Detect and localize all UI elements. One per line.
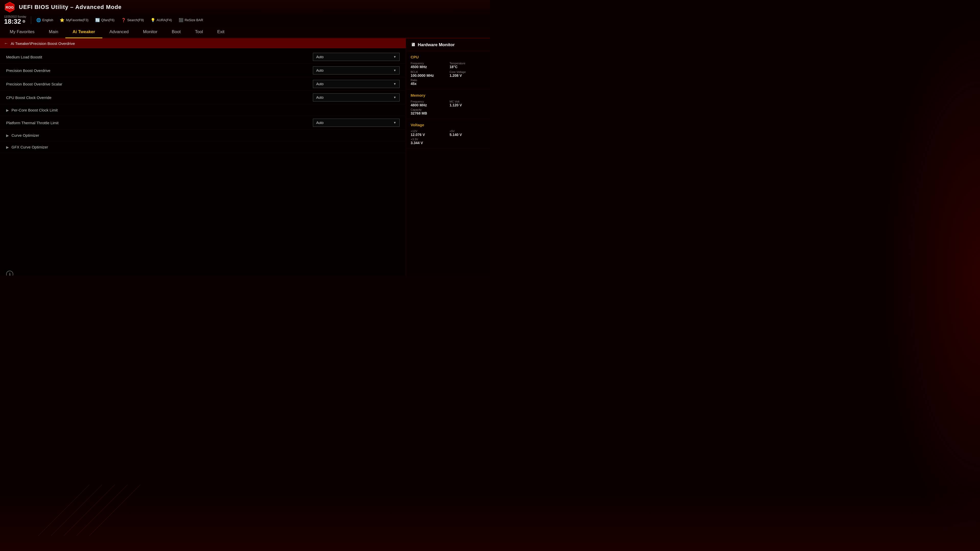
cpu-bclk-val: 100.0000 MHz xyxy=(410,73,447,78)
dropdown-pbo-scalar[interactable]: Auto ▼ xyxy=(313,80,400,88)
resizebar-icon: ⬛ xyxy=(179,18,183,22)
cpu-temperature-item: Temperature 18°C xyxy=(450,62,486,69)
breadcrumb-path: Ai Tweaker\Precision Boost Overdrive xyxy=(11,41,75,46)
setting-label-medium-load-boostit: Medium Load Boostit xyxy=(6,55,313,59)
table-row: ▶ Per-Core Boost Clock Limit xyxy=(0,104,406,116)
toolbar-qfan-btn[interactable]: 🔄 Qfan(F6) xyxy=(93,17,117,24)
nav-item-advanced[interactable]: Advanced xyxy=(102,26,136,38)
dropdown-value: Auto xyxy=(316,68,324,73)
setting-control-medium-load-boostit: Auto ▼ xyxy=(313,53,400,61)
dropdown-value: Auto xyxy=(316,95,324,100)
nav-item-exit[interactable]: Exit xyxy=(210,26,231,38)
dropdown-pbo[interactable]: Auto ▼ xyxy=(313,66,400,75)
cpu-metrics: Frequency 4500 MHz Temperature 18°C BCLK… xyxy=(410,62,485,78)
gfx-curve-optimizer-label: GFX Curve Optimizer xyxy=(11,145,48,149)
voltage-section-label: Voltage xyxy=(410,123,485,127)
setting-control-cpu-boost-clock: Auto ▼ xyxy=(313,94,400,102)
language-icon: 🌐 xyxy=(36,18,41,22)
voltage-33v-val: 3.344 V xyxy=(410,141,485,145)
nav-item-tool[interactable]: Tool xyxy=(188,26,210,38)
settings-list: Medium Load Boostit Auto ▼ Precision Boo… xyxy=(0,48,406,268)
voltage-12v-val: 12.076 V xyxy=(410,133,447,137)
cpu-bclk-key: BCLK xyxy=(410,70,447,73)
expand-arrow-icon: ▶ xyxy=(6,108,9,112)
table-row: Precision Boost Overdrive Auto ▼ xyxy=(0,64,406,77)
toolbar-aura-label: AURA(F4) xyxy=(157,18,172,22)
toolbar-resizebar-label: ReSize BAR xyxy=(185,18,203,22)
info-section: ℹ xyxy=(0,268,406,275)
main-layout: ← Ai Tweaker\Precision Boost Overdrive M… xyxy=(0,38,490,275)
setting-label-platform-thermal: Platform Thermal Throttle Limit xyxy=(6,121,313,125)
setting-label-per-core-boost[interactable]: ▶ Per-Core Boost Clock Limit xyxy=(6,108,313,112)
nav-item-my-favorites[interactable]: My Favorites xyxy=(3,26,41,38)
cpu-section: CPU Frequency 4500 MHz Temperature 18°C … xyxy=(406,51,490,89)
voltage-5v-key: +5V xyxy=(450,130,486,133)
settings-gear-icon[interactable]: ⚙ xyxy=(22,20,25,23)
search-icon: ❓ xyxy=(121,18,126,22)
toolbar-search-label: Search(F9) xyxy=(127,18,144,22)
toolbar-resizebar-btn[interactable]: ⬛ ReSize BAR xyxy=(176,17,206,24)
setting-control-pbo-scalar: Auto ▼ xyxy=(313,80,400,88)
memory-capacity-item: Capacity 32768 MB xyxy=(410,108,485,115)
setting-label-pbo-scalar: Precision Boost Overdrive Scalar xyxy=(6,82,313,86)
hardware-monitor-sidebar: 🖥 Hardware Monitor CPU Frequency 4500 MH… xyxy=(406,38,490,275)
chevron-down-icon: ▼ xyxy=(393,121,396,124)
voltage-12v-key: +12V xyxy=(410,130,447,133)
memory-capacity-val: 32768 MB xyxy=(410,111,485,115)
breadcrumb-back-icon[interactable]: ← xyxy=(4,41,8,46)
setting-label-pbo: Precision Boost Overdrive xyxy=(6,68,313,73)
toolbar-search-btn[interactable]: ❓ Search(F9) xyxy=(119,17,146,24)
title-bar: ROG UEFI BIOS Utility – Advanced Mode xyxy=(0,0,490,14)
cpu-core-voltage-key: Core Voltage xyxy=(450,70,486,73)
toolbar-aura-btn[interactable]: 💡 AURA(F4) xyxy=(148,17,175,24)
memory-mc-volt-key: MC Volt xyxy=(450,100,486,103)
table-row: Medium Load Boostit Auto ▼ xyxy=(0,50,406,64)
table-row: CPU Boost Clock Override Auto ▼ xyxy=(0,91,406,104)
memory-frequency-key: Frequency xyxy=(410,100,447,103)
voltage-33v-key: +3.3V xyxy=(410,138,485,141)
dropdown-platform-thermal[interactable]: Auto ▼ xyxy=(313,119,400,127)
voltage-33v-item: +3.3V 3.344 V xyxy=(410,138,485,145)
toolbar-qfan-label: Qfan(F6) xyxy=(101,18,115,22)
table-row: Precision Boost Overdrive Scalar Auto ▼ xyxy=(0,77,406,91)
cpu-core-voltage-item: Core Voltage 1.208 V xyxy=(450,70,486,78)
chevron-down-icon: ▼ xyxy=(393,96,396,99)
toolbar-myfavorite-label: MyFavorite(F3) xyxy=(66,18,88,22)
per-core-boost-label: Per-Core Boost Clock Limit xyxy=(11,108,58,112)
nav-bar: My Favorites Main Ai Tweaker Advanced Mo… xyxy=(0,26,490,38)
curve-optimizer-label: Curve Optimizer xyxy=(11,133,39,138)
cpu-temperature-val: 18°C xyxy=(450,65,486,69)
datetime: 12/25/2022 Sunday 18:32 ⚙ xyxy=(4,15,26,25)
chevron-down-icon: ▼ xyxy=(393,55,396,59)
dropdown-medium-load-boostit[interactable]: Auto ▼ xyxy=(313,53,400,61)
cpu-ratio-key: Ratio xyxy=(410,79,485,82)
voltage-section: Voltage +12V 12.076 V +5V 5.140 V +3.3V … xyxy=(406,119,490,149)
voltage-5v-val: 5.140 V xyxy=(450,133,486,137)
svg-text:ROG: ROG xyxy=(6,5,14,10)
nav-item-ai-tweaker[interactable]: Ai Tweaker xyxy=(65,26,102,38)
dropdown-value: Auto xyxy=(316,121,324,125)
toolbar-language-btn[interactable]: 🌐 English xyxy=(34,17,56,24)
hardware-monitor-title: 🖥 Hardware Monitor xyxy=(406,38,490,51)
cpu-frequency-key: Frequency xyxy=(410,62,447,65)
cpu-core-voltage-val: 1.208 V xyxy=(450,73,486,78)
cpu-frequency-val: 4500 MHz xyxy=(410,65,447,69)
setting-label-curve-optimizer[interactable]: ▶ Curve Optimizer xyxy=(6,133,313,138)
setting-control-pbo: Auto ▼ xyxy=(313,66,400,75)
dropdown-cpu-boost-clock[interactable]: Auto ▼ xyxy=(313,94,400,102)
setting-label-gfx-curve-optimizer[interactable]: ▶ GFX Curve Optimizer xyxy=(6,145,313,149)
nav-item-boot[interactable]: Boot xyxy=(165,26,188,38)
nav-item-main[interactable]: Main xyxy=(41,26,65,38)
monitor-icon: 🖥 xyxy=(410,42,415,48)
myfavorite-icon: ⭐ xyxy=(60,18,65,22)
memory-mc-volt-val: 1.120 V xyxy=(450,103,486,107)
cpu-section-label: CPU xyxy=(410,55,485,59)
memory-section: Memory Frequency 4800 MHz MC Volt 1.120 … xyxy=(406,89,490,119)
nav-item-monitor[interactable]: Monitor xyxy=(136,26,165,38)
info-icon: ℹ xyxy=(6,271,13,275)
memory-capacity-key: Capacity xyxy=(410,108,485,111)
aura-icon: 💡 xyxy=(151,18,156,22)
memory-section-label: Memory xyxy=(410,93,485,97)
table-row: ▶ GFX Curve Optimizer xyxy=(0,141,406,153)
toolbar-myfavorite-btn[interactable]: ⭐ MyFavorite(F3) xyxy=(57,17,91,24)
